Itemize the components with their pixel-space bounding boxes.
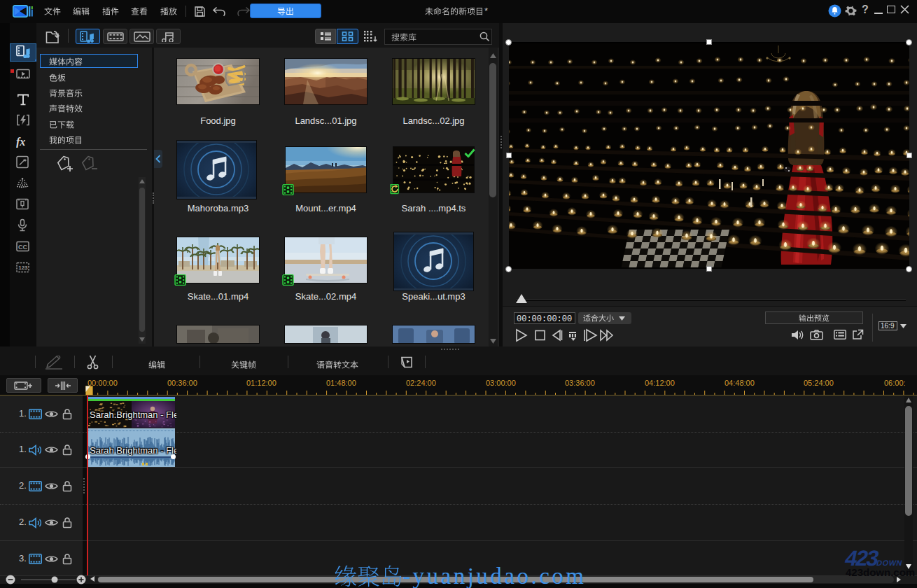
svg-text:fx: fx	[16, 136, 25, 148]
svg-text:423down.com: 423down.com	[846, 566, 915, 578]
svg-text:123: 123	[18, 265, 28, 271]
svg-text:CC: CC	[18, 244, 27, 251]
